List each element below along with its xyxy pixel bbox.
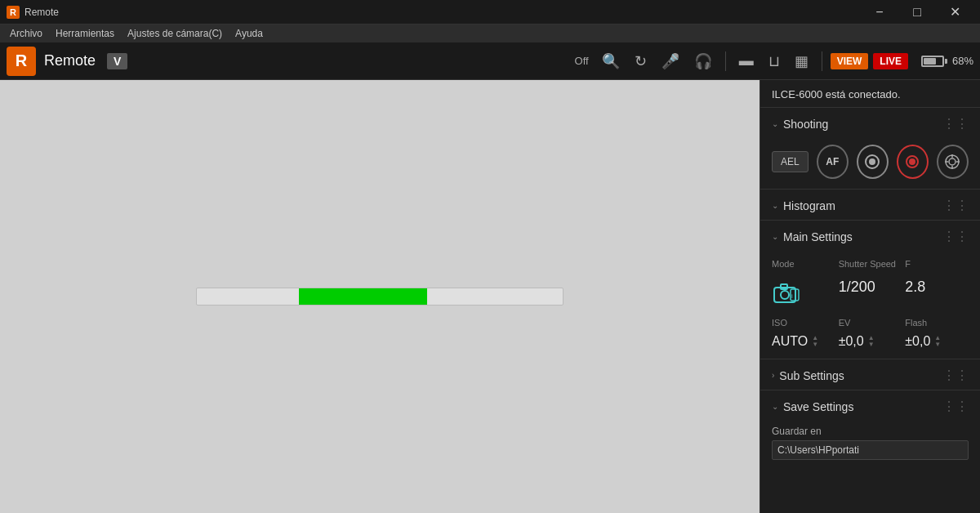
menu-herramientas[interactable]: Herramientas <box>49 26 121 41</box>
f-label: F <box>905 257 969 270</box>
shooting-drag-icon: ⋮⋮ <box>942 116 969 132</box>
view-grid-button[interactable]: ⊔ <box>764 49 785 74</box>
battery-body <box>921 56 944 67</box>
battery-icon <box>921 56 947 67</box>
target-icon <box>944 154 960 170</box>
connected-notice: ILCE-6000 está conectado. <box>760 80 980 108</box>
svg-point-5 <box>949 158 956 165</box>
preview-area <box>0 80 760 513</box>
app-title: Remote <box>44 52 96 69</box>
toolbar-controls: Off 🔍 ↻ 🎤 🎧 ▬ ⊔ ▦ VIEW LIVE 68% <box>575 49 973 74</box>
shooting-section-header[interactable]: ⌄ Shooting ⋮⋮ <box>760 108 980 138</box>
record-button[interactable] <box>897 145 929 179</box>
battery-container: 68% <box>921 55 973 67</box>
histogram-title: ⌄ Histogram <box>772 199 835 212</box>
camera-shutter-icon <box>863 153 881 171</box>
record-icon <box>905 154 920 169</box>
title-bar-controls: − □ ✕ <box>861 0 973 25</box>
shooting-controls: AEL AF <box>760 138 980 189</box>
settings-labels-row: Mode Shutter Speed F <box>772 257 969 270</box>
camera-mode-icon: i <box>773 281 800 306</box>
af-button[interactable]: AF <box>817 145 849 179</box>
close-button[interactable]: ✕ <box>936 0 973 25</box>
zoom-button[interactable]: 🔍 <box>597 49 625 74</box>
separator-2 <box>822 51 822 71</box>
histogram-chevron: ⌄ <box>772 201 778 210</box>
menu-ayuda[interactable]: Ayuda <box>229 26 270 41</box>
main-settings-section-header[interactable]: ⌄ Main Settings ⋮⋮ <box>760 221 980 251</box>
iso-down-arrow[interactable]: ▼ <box>812 341 818 348</box>
settings-values-row: i 1/200 2.8 <box>772 279 969 308</box>
headphone-button[interactable]: 🎧 <box>689 49 717 74</box>
iso-label: ISO <box>772 316 835 329</box>
sub-settings-chevron: › <box>772 371 774 380</box>
save-in-label: Guardar en <box>772 426 969 437</box>
progress-bar-fill <box>299 288 427 305</box>
main-settings-drag-icon: ⋮⋮ <box>942 229 969 244</box>
toolbar: R Remote V Off 🔍 ↻ 🎤 🎧 ▬ ⊔ ▦ VIEW LIVE 6… <box>0 42 980 80</box>
menu-ajustes-camara[interactable]: Ajustes de cámara(C) <box>121 26 229 41</box>
ev-spinners[interactable]: ▲ ▼ <box>868 335 875 348</box>
main-layout: ILCE-6000 está conectado. ⌄ Shooting ⋮⋮ … <box>0 80 980 513</box>
save-settings-drag-icon: ⋮⋮ <box>942 399 969 414</box>
histogram-drag-icon: ⋮⋮ <box>942 198 969 213</box>
histogram-section-header[interactable]: ⌄ Histogram ⋮⋮ <box>760 190 980 220</box>
connected-text: ILCE-6000 está conectado. <box>772 88 901 100</box>
iso-ev-flash-values: AUTO ▲ ▼ ±0,0 ▲ ▼ ±0,0 ▲ <box>772 334 969 349</box>
save-path-select[interactable]: C:\Users\HPportati <box>772 440 969 460</box>
sub-settings-section-header[interactable]: › Sub Settings ⋮⋮ <box>760 359 980 390</box>
mode-label: Mode <box>772 257 835 270</box>
main-settings-title: ⌄ Main Settings <box>772 230 853 243</box>
live-button[interactable]: LIVE <box>873 53 908 69</box>
shutter-release-button[interactable] <box>857 145 889 179</box>
sub-settings-drag-icon: ⋮⋮ <box>942 368 969 383</box>
save-settings-section-header[interactable]: ⌄ Save Settings ⋮⋮ <box>760 390 980 421</box>
iso-value[interactable]: AUTO ▲ ▼ <box>772 334 835 349</box>
app-logo: R <box>7 47 36 76</box>
title-bar-text: Remote <box>24 7 861 18</box>
title-bar: R Remote − □ ✕ <box>0 0 980 25</box>
title-bar-icon: R <box>7 6 20 19</box>
main-settings-chevron: ⌄ <box>772 232 778 241</box>
save-settings-title: ⌄ Save Settings <box>772 400 853 413</box>
menu-bar: Archivo Herramientas Ajustes de cámara(C… <box>0 25 980 42</box>
ael-button[interactable]: AEL <box>772 151 808 172</box>
shooting-title: ⌄ Shooting <box>772 118 828 131</box>
svg-point-1 <box>869 158 875 165</box>
iso-spinners[interactable]: ▲ ▼ <box>812 335 818 348</box>
menu-archivo[interactable]: Archivo <box>3 26 49 41</box>
battery-tip <box>945 59 947 64</box>
target-button[interactable] <box>937 145 969 179</box>
flash-down-arrow[interactable]: ▼ <box>934 341 941 348</box>
sub-settings-title: › Sub Settings <box>772 369 844 382</box>
svg-point-12 <box>781 291 789 299</box>
flash-value[interactable]: ±0,0 ▲ ▼ <box>905 334 969 349</box>
mode-icon[interactable]: i <box>772 279 801 308</box>
view-single-button[interactable]: ▬ <box>734 49 759 73</box>
svg-point-3 <box>909 158 915 165</box>
view-multi-button[interactable]: ▦ <box>790 49 813 74</box>
progress-bar-container <box>196 288 564 306</box>
f-value[interactable]: 2.8 <box>905 279 969 308</box>
minimize-button[interactable]: − <box>861 0 898 25</box>
save-settings-chevron: ⌄ <box>772 402 778 411</box>
battery-percentage: 68% <box>952 55 973 67</box>
separator-1 <box>725 51 726 71</box>
refresh-button[interactable]: ↻ <box>630 49 652 74</box>
view-mode-button[interactable]: VIEW <box>831 53 869 69</box>
shooting-chevron: ⌄ <box>772 119 778 128</box>
main-settings-grid: Mode Shutter Speed F i 1/200 2.8 <box>760 251 980 359</box>
right-panel: ILCE-6000 está conectado. ⌄ Shooting ⋮⋮ … <box>760 80 980 513</box>
mic-button[interactable]: 🎤 <box>657 49 684 74</box>
svg-text:i: i <box>791 292 793 300</box>
ev-down-arrow[interactable]: ▼ <box>868 341 875 348</box>
maximize-button[interactable]: □ <box>898 0 936 25</box>
save-path-row: Guardar en C:\Users\HPportati <box>760 421 980 465</box>
flash-spinners[interactable]: ▲ ▼ <box>934 335 941 348</box>
battery-fill <box>924 58 936 65</box>
iso-ev-flash-labels: ISO EV Flash <box>772 316 969 329</box>
version-badge: V <box>107 53 127 69</box>
ev-value[interactable]: ±0,0 ▲ ▼ <box>839 334 902 349</box>
ev-label: EV <box>839 316 902 329</box>
shutter-value[interactable]: 1/200 <box>839 279 902 308</box>
